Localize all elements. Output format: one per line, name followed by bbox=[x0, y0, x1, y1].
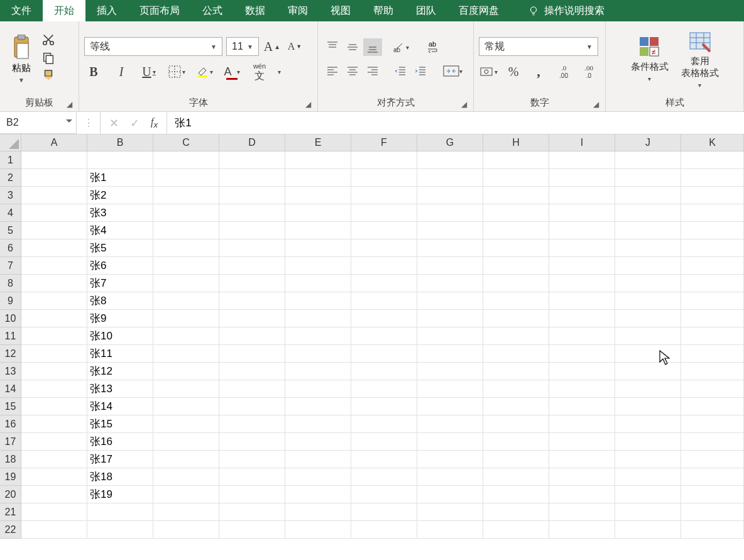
align-bottom-button[interactable] bbox=[363, 38, 382, 56]
column-header-C[interactable]: C bbox=[153, 135, 219, 151]
number-format-combo[interactable]: 常规▼ bbox=[479, 37, 598, 56]
cell-J12[interactable] bbox=[615, 345, 681, 363]
cell-G3[interactable] bbox=[417, 187, 483, 204]
cell-G20[interactable] bbox=[417, 486, 483, 503]
cell-D3[interactable] bbox=[219, 187, 285, 204]
cell-A18[interactable] bbox=[21, 451, 87, 468]
cell-B20[interactable]: 张19 bbox=[87, 486, 153, 503]
cell-K2[interactable] bbox=[681, 169, 744, 187]
tab-data[interactable]: 数据 bbox=[234, 0, 276, 21]
cell-I21[interactable] bbox=[549, 503, 615, 521]
align-top-button[interactable] bbox=[323, 38, 342, 56]
cell-D10[interactable] bbox=[219, 310, 285, 327]
cell-B22[interactable] bbox=[87, 521, 153, 539]
cell-A7[interactable] bbox=[21, 257, 87, 275]
row-header-21[interactable]: 21 bbox=[0, 503, 21, 521]
tab-file[interactable]: 文件 bbox=[0, 0, 43, 21]
cell-K13[interactable] bbox=[681, 363, 744, 380]
cell-D21[interactable] bbox=[219, 503, 285, 521]
cell-B16[interactable]: 张15 bbox=[87, 415, 153, 433]
bold-button[interactable]: B bbox=[84, 62, 103, 81]
cell-G16[interactable] bbox=[417, 415, 483, 433]
cell-G6[interactable] bbox=[417, 239, 483, 257]
cell-A14[interactable] bbox=[21, 380, 87, 398]
cell-H15[interactable] bbox=[483, 398, 549, 415]
cell-C8[interactable] bbox=[153, 275, 219, 292]
cell-G4[interactable] bbox=[417, 204, 483, 222]
cell-C17[interactable] bbox=[153, 433, 219, 451]
cell-I2[interactable] bbox=[549, 169, 615, 187]
cell-K21[interactable] bbox=[681, 503, 744, 521]
tab-page-layout[interactable]: 页面布局 bbox=[128, 0, 191, 21]
cell-D19[interactable] bbox=[219, 468, 285, 486]
tab-baidu-netdisk[interactable]: 百度网盘 bbox=[447, 0, 510, 21]
cell-D20[interactable] bbox=[219, 486, 285, 503]
comma-button[interactable]: , bbox=[529, 62, 548, 81]
accounting-format-button[interactable]: ▾ bbox=[479, 62, 498, 81]
cell-J15[interactable] bbox=[615, 398, 681, 415]
cell-D14[interactable] bbox=[219, 380, 285, 398]
cell-I14[interactable] bbox=[549, 380, 615, 398]
cell-B4[interactable]: 张3 bbox=[87, 204, 153, 222]
cell-K8[interactable] bbox=[681, 275, 744, 292]
cell-E19[interactable] bbox=[285, 468, 351, 486]
align-middle-button[interactable] bbox=[343, 38, 362, 56]
cell-G5[interactable] bbox=[417, 222, 483, 239]
cell-J17[interactable] bbox=[615, 433, 681, 451]
cell-I7[interactable] bbox=[549, 257, 615, 275]
cell-K18[interactable] bbox=[681, 451, 744, 468]
cell-H11[interactable] bbox=[483, 327, 549, 345]
cell-E20[interactable] bbox=[285, 486, 351, 503]
borders-button[interactable]: ▾ bbox=[167, 62, 186, 81]
cell-H4[interactable] bbox=[483, 204, 549, 222]
cell-B17[interactable]: 张16 bbox=[87, 433, 153, 451]
row-header-10[interactable]: 10 bbox=[0, 310, 21, 327]
cell-J5[interactable] bbox=[615, 222, 681, 239]
tab-help[interactable]: 帮助 bbox=[362, 0, 405, 21]
cell-B6[interactable]: 张5 bbox=[87, 239, 153, 257]
cell-B2[interactable]: 张1 bbox=[87, 169, 153, 187]
cell-G14[interactable] bbox=[417, 380, 483, 398]
row-header-20[interactable]: 20 bbox=[0, 486, 21, 503]
tell-me-search[interactable]: 操作说明搜索 bbox=[517, 0, 616, 21]
cell-G1[interactable] bbox=[417, 151, 483, 169]
cell-J19[interactable] bbox=[615, 468, 681, 486]
cell-A15[interactable] bbox=[21, 398, 87, 415]
cell-C15[interactable] bbox=[153, 398, 219, 415]
cell-I1[interactable] bbox=[549, 151, 615, 169]
cell-I4[interactable] bbox=[549, 204, 615, 222]
font-size-combo[interactable]: 11▼ bbox=[226, 37, 259, 56]
cell-A5[interactable] bbox=[21, 222, 87, 239]
cell-D12[interactable] bbox=[219, 345, 285, 363]
row-header-6[interactable]: 6 bbox=[0, 239, 21, 257]
cell-I17[interactable] bbox=[549, 433, 615, 451]
cell-C16[interactable] bbox=[153, 415, 219, 433]
cell-E1[interactable] bbox=[285, 151, 351, 169]
cell-D15[interactable] bbox=[219, 398, 285, 415]
cell-C2[interactable] bbox=[153, 169, 219, 187]
cell-B9[interactable]: 张8 bbox=[87, 292, 153, 310]
cell-E9[interactable] bbox=[285, 292, 351, 310]
cell-K16[interactable] bbox=[681, 415, 744, 433]
phonetic-guide-button[interactable]: wén文 bbox=[250, 62, 269, 81]
cell-D18[interactable] bbox=[219, 451, 285, 468]
cell-I11[interactable] bbox=[549, 327, 615, 345]
cell-B15[interactable]: 张14 bbox=[87, 398, 153, 415]
cell-E2[interactable] bbox=[285, 169, 351, 187]
cell-H16[interactable] bbox=[483, 415, 549, 433]
cell-G9[interactable] bbox=[417, 292, 483, 310]
column-header-A[interactable]: A bbox=[21, 135, 87, 151]
cell-J10[interactable] bbox=[615, 310, 681, 327]
cell-A4[interactable] bbox=[21, 204, 87, 222]
cell-I20[interactable] bbox=[549, 486, 615, 503]
column-header-H[interactable]: H bbox=[483, 135, 549, 151]
column-header-G[interactable]: G bbox=[417, 135, 483, 151]
cell-K3[interactable] bbox=[681, 187, 744, 204]
chevron-down-icon[interactable]: ▾ bbox=[278, 69, 281, 75]
cell-E7[interactable] bbox=[285, 257, 351, 275]
cell-E15[interactable] bbox=[285, 398, 351, 415]
cell-G18[interactable] bbox=[417, 451, 483, 468]
fill-color-button[interactable]: ▾ bbox=[195, 62, 214, 81]
cell-J7[interactable] bbox=[615, 257, 681, 275]
align-right-button[interactable] bbox=[363, 62, 382, 80]
